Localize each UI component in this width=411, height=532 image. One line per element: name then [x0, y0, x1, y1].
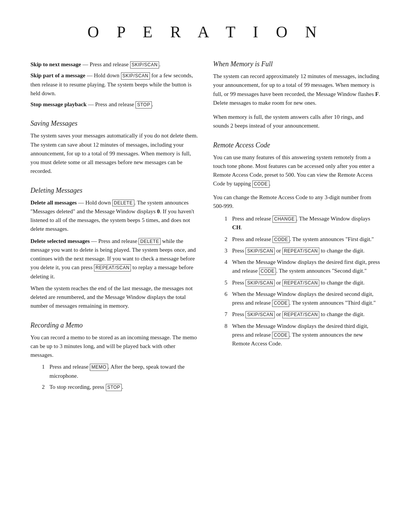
deleting-messages-heading: Deleting Messages	[30, 187, 198, 195]
stop-key-2: STOP	[106, 384, 122, 391]
skip-scan-key-3: SKIP/SCAN	[245, 248, 275, 255]
page: O P E R A T I O N Skip to next message —…	[0, 0, 411, 532]
memo-step-1: 1 Press and release MEMO. After the beep…	[42, 363, 198, 380]
memo-step-2: 2 To stop recording, press STOP.	[42, 383, 198, 391]
memory-full-text1: The system can record approximately 12 m…	[213, 72, 381, 107]
remote-access-text1: You can use many features of this answer…	[213, 153, 381, 189]
memo-step-1-text: Press and release MEMO. After the beep, …	[49, 363, 198, 380]
skip-scan-key-4: SKIP/SCAN	[245, 280, 275, 287]
saving-messages-text: The system saves your messages automatic…	[30, 131, 198, 176]
stop-playback-line: Stop message playback — Press and releas…	[30, 100, 198, 109]
code-key-2: CODE	[272, 236, 290, 243]
rac-step-8-text: When the Message Window displays the des…	[232, 322, 381, 348]
memo-step-2-num: 2	[42, 383, 47, 391]
saving-messages-heading: Saving Messages	[30, 120, 198, 128]
delete-renumber-para: When the system reaches the end of the l…	[30, 284, 198, 311]
recording-memo-steps: 1 Press and release MEMO. After the beep…	[38, 363, 198, 391]
remote-access-section: Remote Access Code You can use many feat…	[213, 141, 381, 348]
rac-step-5-num: 5	[225, 278, 230, 287]
remote-access-steps: 1 Press and release CHANGE. The Message …	[221, 214, 381, 348]
left-column: Skip to next message — Press and release…	[30, 60, 198, 402]
repeat-scan-key-1: REPEAT/SCAN	[94, 264, 131, 272]
delete-key-1: DELETE	[112, 200, 134, 207]
code-key-3: CODE	[259, 268, 276, 275]
repeat-scan-key-4: REPEAT/SCAN	[282, 311, 319, 318]
skip-next-bold: Skip to next message	[30, 61, 81, 67]
intro-section: Skip to next message — Press and release…	[30, 60, 198, 109]
rac-step-7: 7 Press SKIP/SCAN or REPEAT/SCAN to chan…	[225, 310, 381, 319]
skip-part-bold: Skip part of a message	[30, 72, 85, 78]
repeat-scan-key-2: REPEAT/SCAN	[282, 248, 319, 255]
remote-access-heading: Remote Access Code	[213, 141, 381, 149]
recording-memo-heading: Recording a Memo	[30, 321, 198, 329]
rac-step-7-text: Press SKIP/SCAN or REPEAT/SCAN to change…	[232, 310, 365, 319]
recording-memo-text: You can record a memo to be stored as an…	[30, 333, 198, 360]
memo-step-1-num: 1	[42, 363, 47, 380]
skip-scan-key-5: SKIP/SCAN	[245, 311, 275, 318]
code-key-5: CODE	[272, 332, 289, 339]
saving-messages-section: Saving Messages The system saves your me…	[30, 120, 198, 176]
ch-bold: CH	[232, 224, 241, 230]
stop-playback-bold: Stop message playback	[30, 101, 87, 107]
recording-memo-section: Recording a Memo You can record a memo t…	[30, 321, 198, 392]
delete-all-bold: Delete all messages	[30, 200, 77, 206]
rac-step-3-text: Press SKIP/SCAN or REPEAT/SCAN to change…	[232, 246, 365, 255]
zero-bold: 0	[157, 208, 160, 214]
skip-scan-key-2: SKIP/SCAN	[121, 72, 150, 80]
rac-step-4-num: 4	[225, 258, 230, 276]
rac-step-2: 2 Press and release CODE. The system ann…	[225, 235, 381, 244]
f-bold: F	[375, 91, 379, 97]
rac-step-8: 8 When the Message Window displays the d…	[225, 322, 381, 348]
skip-scan-key-1: SKIP/SCAN	[130, 61, 159, 69]
rac-step-2-num: 2	[225, 235, 230, 244]
rac-step-3: 3 Press SKIP/SCAN or REPEAT/SCAN to chan…	[225, 246, 381, 255]
rac-step-2-text: Press and release CODE. The system annou…	[232, 235, 374, 244]
rac-step-4: 4 When the Message Window displays the d…	[225, 258, 381, 276]
rac-step-1-text: Press and release CHANGE. The Message Wi…	[232, 214, 381, 232]
rac-step-7-num: 7	[225, 310, 230, 319]
memory-full-heading: When Memory is Full	[213, 60, 381, 68]
skip-part-line: Skip part of a message — Hold down SKIP/…	[30, 71, 198, 98]
memory-full-text2: When memory is full, the system answers …	[213, 113, 381, 131]
memory-full-section: When Memory is Full The system can recor…	[213, 60, 381, 131]
delete-key-2: DELETE	[139, 238, 161, 245]
two-column-layout: Skip to next message — Press and release…	[30, 60, 381, 402]
memo-step-2-text: To stop recording, press STOP.	[49, 383, 123, 391]
rac-step-8-num: 8	[225, 322, 230, 348]
delete-selected-bold: Delete selected messages	[30, 238, 90, 244]
rac-step-4-text: When the Message Window displays the des…	[232, 258, 381, 276]
code-key-1: CODE	[252, 181, 269, 188]
rac-step-6: 6 When the Message Window displays the d…	[225, 290, 381, 308]
page-title: O P E R A T I O N	[30, 23, 381, 41]
rac-step-5-text: Press SKIP/SCAN or REPEAT/SCAN to change…	[232, 278, 365, 287]
delete-selected-para: Delete selected messages — Press and rel…	[30, 237, 198, 281]
remote-access-text2: You can change the Remote Access Code to…	[213, 193, 381, 211]
rac-step-6-text: When the Message Window displays the des…	[232, 290, 381, 308]
code-key-4: CODE	[272, 300, 289, 307]
rac-step-1: 1 Press and release CHANGE. The Message …	[225, 214, 381, 232]
rac-step-5: 5 Press SKIP/SCAN or REPEAT/SCAN to chan…	[225, 278, 381, 287]
memo-key: MEMO	[90, 364, 108, 371]
skip-next-line: Skip to next message — Press and release…	[30, 60, 198, 69]
right-column: When Memory is Full The system can recor…	[213, 60, 381, 402]
delete-all-para: Delete all messages — Hold down DELETE. …	[30, 198, 198, 234]
rac-step-6-num: 6	[225, 290, 230, 308]
repeat-scan-key-3: REPEAT/SCAN	[282, 280, 319, 287]
rac-step-3-num: 3	[225, 246, 230, 255]
stop-key-1: STOP	[135, 101, 151, 109]
deleting-messages-section: Deleting Messages Delete all messages — …	[30, 187, 198, 311]
rac-step-1-num: 1	[225, 214, 230, 232]
change-key: CHANGE	[272, 216, 296, 223]
